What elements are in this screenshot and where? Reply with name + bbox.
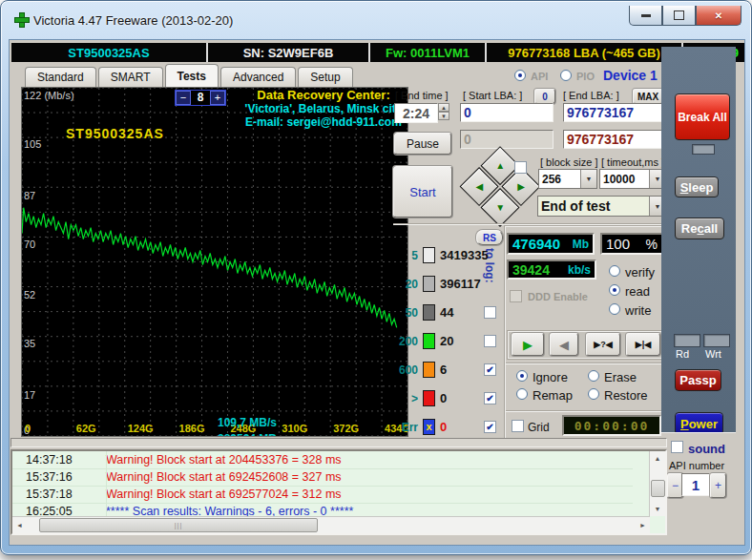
- counter-color-box: x: [423, 419, 435, 435]
- pio-radio[interactable]: [560, 70, 572, 81]
- recall-button[interactable]: Recall: [675, 218, 724, 239]
- sound-checkbox[interactable]: [671, 441, 683, 453]
- spin-down-icon[interactable]: ▼: [438, 112, 449, 120]
- read-radio-label: read: [625, 284, 650, 299]
- mb-display: 476940 Mb: [507, 233, 595, 255]
- end-action-dropdown[interactable]: End of test ▼: [537, 196, 666, 217]
- scroll-left-icon[interactable]: ◄: [12, 517, 27, 532]
- counter-log-checkbox[interactable]: ✔: [484, 421, 496, 433]
- ddd-enable-label: DDD Enable: [528, 291, 588, 302]
- counter-log-checkbox[interactable]: ✔: [484, 363, 496, 376]
- api-radio[interactable]: [514, 70, 526, 81]
- close-button[interactable]: ✕: [696, 6, 742, 26]
- arrow-left-icon: ◀: [475, 181, 483, 192]
- ad-block: Data Recovery Center: 'Victoria', Belaru…: [240, 89, 407, 129]
- break-all-button[interactable]: Break All: [675, 93, 730, 140]
- event-log[interactable]: 14:37:18Warning! Block start at 20445337…: [10, 449, 667, 535]
- scroll-up-icon[interactable]: ▲: [650, 451, 665, 466]
- read-radio[interactable]: [609, 284, 620, 296]
- seek-test-button[interactable]: ▶?◀: [586, 333, 620, 356]
- pause-button[interactable]: Pause: [394, 133, 451, 155]
- write-indicator-label: Wrt: [705, 348, 721, 360]
- erase-radio[interactable]: [588, 370, 599, 382]
- log-vertical-scrollbar[interactable]: ▲ ▼: [649, 451, 665, 516]
- zoom-in-button[interactable]: +: [210, 91, 225, 105]
- step-button[interactable]: ▶|◀: [626, 333, 660, 356]
- counter-color-box: [423, 304, 435, 321]
- start-button[interactable]: Start: [393, 166, 452, 218]
- ad-line1: Data Recovery Center:: [240, 89, 407, 102]
- y-tick-label: 70: [24, 239, 35, 250]
- play-button[interactable]: ▶: [512, 333, 544, 356]
- verify-radio[interactable]: [609, 265, 620, 277]
- counter-row-600: 6006✔: [393, 361, 504, 380]
- write-radio[interactable]: [609, 303, 620, 315]
- grid-checkbox[interactable]: [512, 420, 524, 432]
- counter-label: 20: [393, 278, 418, 291]
- arrow-down-icon: ▼: [495, 202, 505, 213]
- minimize-button[interactable]: [629, 6, 662, 26]
- latency-counters: RS to log: 53419335203961175044200206006…: [393, 227, 504, 439]
- end-action-value: End of test: [538, 197, 649, 216]
- ignore-radio-label: Ignore: [533, 370, 568, 384]
- sleep-button[interactable]: Sleep: [675, 176, 719, 197]
- zoom-out-button[interactable]: −: [176, 91, 191, 105]
- tab-tests[interactable]: Tests: [165, 64, 219, 87]
- scroll-thumb[interactable]: [651, 480, 665, 497]
- restore-button[interactable]: [662, 6, 696, 26]
- dropdown-icon[interactable]: ▼: [580, 170, 596, 188]
- ad-line2: 'Victoria', Belarus, Minsk city: [240, 102, 407, 115]
- percent-unit: %: [646, 237, 658, 252]
- api-plus-button[interactable]: +: [710, 473, 726, 498]
- counter-log-checkbox[interactable]: [484, 335, 496, 347]
- pio-radio-label: PIO: [576, 71, 595, 82]
- restore-radio[interactable]: [588, 388, 599, 400]
- scanned-position-note: 389524 MB: [199, 432, 295, 437]
- counter-value: 6: [440, 363, 447, 377]
- read-indicator: [674, 334, 700, 347]
- start-lba-zero-button[interactable]: 0: [534, 89, 555, 104]
- timeout-dropdown[interactable]: 10000 ▼: [599, 169, 666, 189]
- max-button[interactable]: MAX: [633, 89, 663, 104]
- end-lba-input[interactable]: 976773167: [563, 103, 666, 122]
- minimize-icon: [641, 14, 651, 17]
- write-indicator: [703, 334, 730, 347]
- remap-radio[interactable]: [516, 388, 528, 400]
- counter-label: 50: [393, 306, 418, 320]
- rewind-button[interactable]: ◀: [550, 333, 578, 356]
- end-time-spinner[interactable]: ▲ ▼: [438, 103, 449, 120]
- reset-counters-button[interactable]: RS: [476, 230, 503, 245]
- tab-standard[interactable]: Standard: [25, 67, 96, 87]
- start-lba-input[interactable]: 0: [460, 103, 554, 122]
- api-number-value: 1: [681, 473, 710, 496]
- log-message: Warning! Block start at 692577024 = 312 …: [106, 487, 342, 501]
- scroll-down-icon[interactable]: ▼: [650, 502, 665, 516]
- counter-value: 396117: [440, 277, 481, 291]
- y-tick-label: 17: [24, 389, 35, 401]
- scroll-right-icon[interactable]: ►: [636, 517, 650, 532]
- ignore-radio[interactable]: [516, 370, 528, 382]
- tab-advanced[interactable]: Advanced: [220, 67, 296, 87]
- title-bar[interactable]: Victoria 4.47 Freeware (2013-02-20) ✕: [1, 1, 751, 39]
- tab-strip: StandardSMARTTestsAdvancedSetup: [25, 65, 355, 87]
- spin-up-icon[interactable]: ▲: [438, 103, 449, 112]
- counter-value: 0: [440, 391, 447, 405]
- x-tick-label: 372G: [333, 423, 359, 434]
- api-number-label: API number: [669, 460, 724, 471]
- passp-button[interactable]: Passp: [675, 369, 721, 391]
- tab-setup[interactable]: Setup: [298, 67, 352, 87]
- window-title: Victoria 4.47 Freeware (2013-02-20): [33, 13, 233, 28]
- drive-capacity: 976773168 LBA (~465 GB): [487, 43, 681, 62]
- read-indicator-label: Rd: [676, 348, 689, 360]
- scroll-thumb[interactable]: |||: [39, 518, 318, 532]
- speed-value: 39424: [512, 262, 568, 278]
- counter-value: 3419335: [440, 248, 489, 262]
- counter-log-checkbox[interactable]: ✔: [484, 392, 496, 404]
- log-horizontal-scrollbar[interactable]: ◄ ||| ►: [12, 516, 650, 533]
- counter-color-box: [423, 276, 435, 292]
- counter-log-checkbox[interactable]: [484, 306, 496, 319]
- tab-smart[interactable]: SMART: [98, 67, 163, 87]
- block-size-dropdown[interactable]: 256 ▼: [538, 169, 597, 189]
- seek-checkbox[interactable]: [514, 161, 527, 174]
- ddd-enable-checkbox[interactable]: [510, 290, 522, 302]
